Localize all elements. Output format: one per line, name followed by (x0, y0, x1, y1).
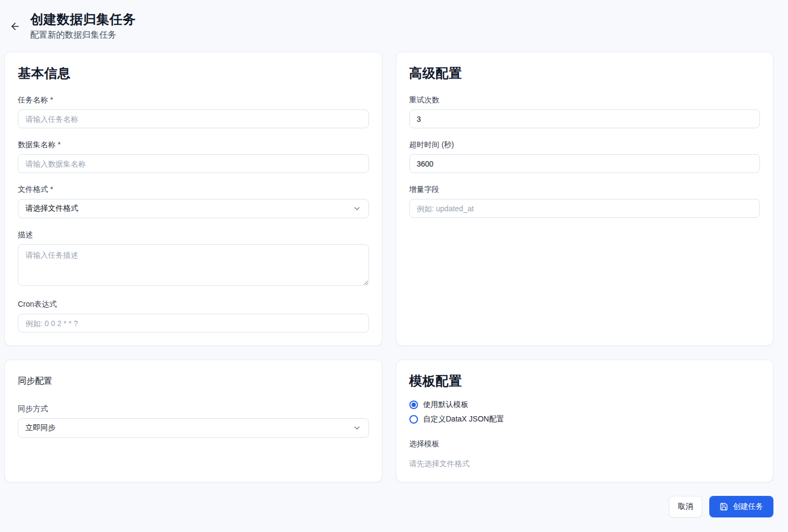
radio-icon[interactable] (409, 400, 418, 409)
radio-icon[interactable] (409, 415, 418, 424)
card-advanced-config: 高级配置 重试次数 超时时间 (秒) 增量字段 (396, 52, 774, 346)
sync-method-field: 同步方式 立即同步 (18, 404, 369, 438)
dataset-name-label: 数据集名称 * (18, 140, 369, 149)
chevron-down-icon (353, 424, 361, 432)
back-button[interactable] (8, 19, 23, 34)
retry-count-input[interactable] (409, 109, 760, 128)
radio-option-label: 自定义DataX JSON配置 (423, 414, 504, 424)
timeout-input[interactable] (409, 154, 760, 173)
create-task-label: 创建任务 (733, 502, 763, 512)
select-template-field: 选择模板 请先选择文件格式 (409, 439, 760, 469)
page-title: 创建数据归集任务 (30, 11, 136, 27)
incremental-field: 增量字段 (409, 185, 760, 218)
cron-field: Cron表达式 (18, 300, 369, 333)
template-config-title: 模板配置 (409, 373, 760, 389)
description-textarea[interactable] (18, 244, 369, 286)
sync-method-select[interactable]: 立即同步 (18, 418, 369, 438)
file-format-field: 文件格式 * 请选择文件格式 (18, 185, 369, 218)
task-name-input[interactable] (18, 109, 369, 128)
card-basic-info: 基本信息 任务名称 * 数据集名称 * 文件格式 * 请选择文件格式 描述 Cr… (4, 52, 382, 346)
retry-count-label: 重试次数 (409, 95, 760, 105)
timeout-field: 超时时间 (秒) (409, 140, 760, 173)
retry-count-field: 重试次数 (409, 95, 760, 128)
template-hint-text: 请先选择文件格式 (409, 459, 760, 469)
description-label: 描述 (18, 230, 369, 239)
page-subtitle: 配置新的数据归集任务 (30, 30, 136, 41)
create-task-button[interactable]: 创建任务 (709, 496, 773, 517)
dataset-name-field: 数据集名称 * (18, 140, 369, 173)
description-field: 描述 (18, 230, 369, 288)
file-format-value: 请选择文件格式 (25, 204, 78, 213)
timeout-label: 超时时间 (秒) (409, 140, 760, 149)
cron-input[interactable] (18, 314, 369, 333)
incremental-field-label: 增量字段 (409, 185, 760, 194)
file-format-select[interactable]: 请选择文件格式 (18, 199, 369, 218)
arrow-left-icon (10, 21, 20, 32)
file-format-label: 文件格式 * (18, 185, 369, 194)
sync-config-title: 同步配置 (18, 376, 369, 386)
sync-method-value: 立即同步 (25, 423, 56, 433)
chevron-down-icon (353, 204, 361, 213)
basic-info-title: 基本信息 (18, 65, 369, 81)
page-header: 创建数据归集任务 配置新的数据归集任务 (0, 0, 788, 41)
form-row-top: 基本信息 任务名称 * 数据集名称 * 文件格式 * 请选择文件格式 描述 Cr… (0, 41, 788, 346)
advanced-config-title: 高级配置 (409, 65, 760, 81)
footer-actions: 取消 创建任务 (0, 496, 773, 517)
cancel-button[interactable]: 取消 (669, 496, 702, 517)
task-name-label: 任务名称 * (18, 95, 369, 105)
select-template-label: 选择模板 (409, 439, 760, 448)
task-name-field: 任务名称 * (18, 95, 369, 128)
sync-method-label: 同步方式 (18, 404, 369, 413)
save-icon (720, 502, 728, 511)
form-row-bottom: 同步配置 同步方式 立即同步 模板配置 使用默认模板 自定义DataX JSON… (0, 346, 788, 482)
card-sync-config: 同步配置 同步方式 立即同步 (4, 360, 382, 482)
radio-option-default-template[interactable]: 使用默认模板 (409, 400, 760, 410)
radio-option-custom-datax[interactable]: 自定义DataX JSON配置 (409, 414, 760, 424)
cron-label: Cron表达式 (18, 300, 369, 309)
dataset-name-input[interactable] (18, 154, 369, 173)
card-template-config: 模板配置 使用默认模板 自定义DataX JSON配置 选择模板 请先选择文件格… (396, 360, 774, 482)
incremental-field-input[interactable] (409, 199, 760, 218)
radio-option-label: 使用默认模板 (423, 400, 469, 410)
template-mode-radio-group: 使用默认模板 自定义DataX JSON配置 (409, 400, 760, 424)
